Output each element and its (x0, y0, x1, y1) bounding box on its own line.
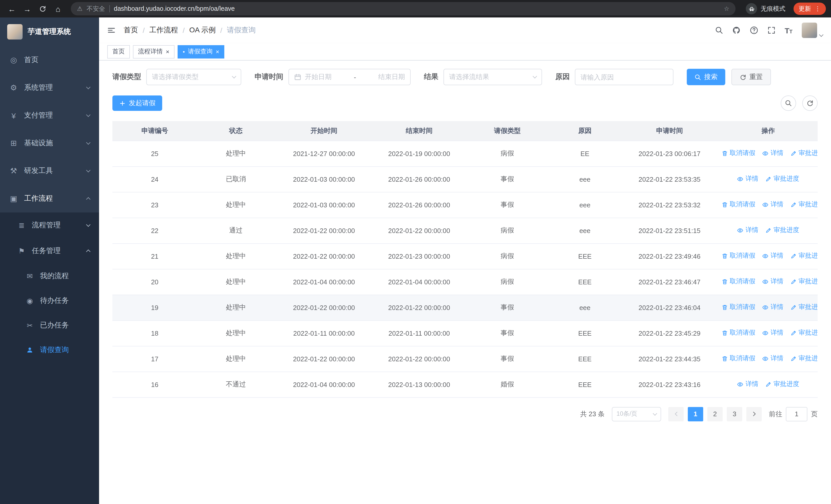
sidebar-item-process-management[interactable]: ≣ 流程管理 (0, 212, 99, 238)
next-page-button[interactable] (746, 407, 762, 421)
table-row[interactable]: 21 处理中 2022-01-22 00:00:00 2022-01-23 00… (112, 243, 818, 269)
app-logo[interactable]: 芋道管理系统 (0, 18, 99, 46)
approval-progress-link[interactable]: 审批进度 (791, 329, 818, 337)
approval-progress-link[interactable]: 审批进度 (765, 175, 799, 183)
help-icon[interactable] (750, 26, 758, 34)
approval-progress-link[interactable]: 审批进度 (791, 354, 818, 363)
page-button-3[interactable]: 3 (727, 407, 742, 421)
cancel-leave-link[interactable]: 取消请假 (721, 200, 755, 209)
approval-progress-link[interactable]: 审批进度 (791, 277, 818, 286)
sidebar-item-home[interactable]: ◎ 首页 (0, 46, 99, 74)
close-icon[interactable]: × (166, 49, 169, 55)
reload-icon[interactable] (36, 2, 49, 16)
sidebar-item-pending-tasks[interactable]: ◉ 待办任务 (0, 289, 99, 313)
create-leave-button[interactable]: 发起请假 (112, 95, 162, 111)
approval-progress-link[interactable]: 审批进度 (765, 226, 799, 235)
page-size-select[interactable]: 10条/页 (612, 407, 661, 421)
detail-link[interactable]: 详情 (737, 380, 758, 389)
result-select[interactable]: 请选择流结果 (443, 69, 542, 85)
sidebar-item-infrastructure[interactable]: ⊞ 基础设施 (0, 129, 99, 157)
sidebar-collapse-icon[interactable] (107, 26, 115, 34)
sidebar-item-task-management[interactable]: ⚑ 任务管理 (0, 238, 99, 264)
approval-progress-link[interactable]: 审批进度 (791, 200, 818, 209)
reason-input[interactable] (575, 69, 674, 85)
reset-button[interactable]: 重置 (732, 69, 771, 85)
toggle-search-button[interactable] (781, 95, 796, 111)
breadcrumb-workflow[interactable]: 工作流程 (149, 26, 178, 35)
sidebar-item-workflow[interactable]: ▣ 工作流程 (0, 185, 99, 212)
back-icon[interactable]: ← (5, 2, 19, 16)
detail-link[interactable]: 详情 (762, 149, 783, 158)
github-icon[interactable] (732, 26, 740, 34)
search-button[interactable]: 搜索 (687, 69, 725, 85)
sidebar: 芋道管理系统 ◎ 首页 ⚙ 系统管理 ¥ 支付管理 ⊞ 基础设施 (0, 18, 99, 504)
home-icon[interactable]: ⌂ (51, 2, 65, 16)
cancel-leave-link[interactable]: 取消请假 (721, 252, 755, 261)
table-row[interactable]: 18 处理中 2022-01-11 00:00:00 2022-01-11 00… (112, 320, 818, 346)
detail-link[interactable]: 详情 (762, 200, 783, 209)
sidebar-item-my-processes[interactable]: ✉ 我的流程 (0, 264, 99, 289)
bookmark-star-icon[interactable]: ☆ (724, 5, 729, 12)
tab-leave-query[interactable]: ● 请假查询 × (178, 45, 225, 58)
detail-link[interactable]: 详情 (762, 329, 783, 337)
detail-link[interactable]: 详情 (762, 303, 783, 312)
sidebar-item-system[interactable]: ⚙ 系统管理 (0, 74, 99, 101)
tab-home[interactable]: 首页 (107, 45, 130, 58)
url-text[interactable]: dashboard.yudao.iocoder.cn/bpm/oa/leave (114, 5, 720, 12)
apply-time-range-picker[interactable]: 开始日期 - 结束日期 (288, 69, 411, 85)
detail-link[interactable]: 详情 (762, 354, 783, 363)
chevron-down-icon (86, 223, 91, 227)
browser-update-button[interactable]: 更新 ⋮ (794, 3, 826, 15)
table-row[interactable]: 23 处理中 2022-01-03 00:00:00 2022-01-26 00… (112, 192, 818, 217)
col-apply-id: 申请编号 (112, 121, 197, 141)
table-row[interactable]: 25 处理中 2021-12-27 00:00:00 2022-01-19 00… (112, 141, 818, 166)
table-row[interactable]: 20 处理中 2022-01-04 00:00:00 2022-01-04 00… (112, 269, 818, 295)
detail-link[interactable]: 详情 (762, 252, 783, 261)
cancel-leave-link[interactable]: 取消请假 (721, 303, 755, 312)
font-size-icon[interactable]: TT (784, 26, 793, 34)
sidebar-item-done-tasks[interactable]: ✂ 已办任务 (0, 313, 99, 338)
security-label[interactable]: 不安全 (87, 4, 105, 13)
sidebar-item-devtools[interactable]: ⚒ 研发工具 (0, 157, 99, 185)
table-row[interactable]: 19 处理中 2022-01-22 00:00:00 2022-01-22 00… (112, 295, 818, 320)
leave-type-select[interactable]: 请选择请假类型 (146, 69, 241, 85)
goto-page-input[interactable] (786, 407, 807, 421)
cancel-leave-link[interactable]: 取消请假 (721, 149, 755, 158)
detail-link[interactable]: 详情 (737, 175, 758, 183)
table-row[interactable]: 17 处理中 2022-01-22 00:00:00 2022-01-22 00… (112, 346, 818, 372)
approval-progress-link[interactable]: 审批进度 (791, 303, 818, 312)
fullscreen-icon[interactable] (767, 26, 775, 34)
table-row[interactable]: 24 已取消 2022-01-03 00:00:00 2022-01-26 00… (112, 166, 818, 192)
tab-process-detail[interactable]: 流程详情 × (133, 45, 174, 58)
avatar[interactable] (802, 23, 817, 38)
user-menu[interactable] (802, 23, 823, 38)
detail-link[interactable]: 详情 (737, 226, 758, 235)
eye-icon (762, 356, 768, 362)
search-icon[interactable] (715, 26, 723, 34)
browser-menu-icon[interactable]: ⋮ (814, 5, 821, 12)
start-date-placeholder[interactable]: 开始日期 (305, 72, 332, 82)
approval-progress-link[interactable]: 审批进度 (791, 252, 818, 261)
cancel-leave-link[interactable]: 取消请假 (721, 329, 755, 337)
prev-page-button[interactable] (668, 407, 684, 421)
breadcrumb-home[interactable]: 首页 (124, 26, 138, 35)
end-date-placeholder[interactable]: 结束日期 (378, 72, 405, 82)
sidebar-item-payment[interactable]: ¥ 支付管理 (0, 101, 99, 129)
app-title: 芋道管理系统 (28, 27, 71, 36)
page-button-2[interactable]: 2 (707, 407, 723, 421)
detail-link[interactable]: 详情 (762, 277, 783, 286)
col-end-time: 结束时间 (373, 121, 465, 141)
url-bar[interactable]: ⚠ 不安全 dashboard.yudao.iocoder.cn/bpm/oa/… (71, 2, 736, 16)
sidebar-item-leave-query[interactable]: 请假查询 (0, 338, 99, 362)
table-row[interactable]: 16 不通过 2022-01-04 00:00:00 2022-01-13 00… (112, 372, 818, 397)
forward-icon[interactable]: → (21, 2, 34, 16)
cancel-leave-link[interactable]: 取消请假 (721, 277, 755, 286)
approval-progress-link[interactable]: 审批进度 (791, 149, 818, 158)
cancel-leave-link[interactable]: 取消请假 (721, 354, 755, 363)
refresh-table-button[interactable] (802, 95, 818, 111)
breadcrumb-oa-example[interactable]: OA 示例 (190, 26, 216, 35)
close-icon[interactable]: × (216, 49, 220, 55)
page-button-1[interactable]: 1 (688, 407, 703, 421)
approval-progress-link[interactable]: 审批进度 (765, 380, 799, 389)
table-row[interactable]: 22 通过 2022-01-22 00:00:00 2022-01-22 00:… (112, 217, 818, 243)
